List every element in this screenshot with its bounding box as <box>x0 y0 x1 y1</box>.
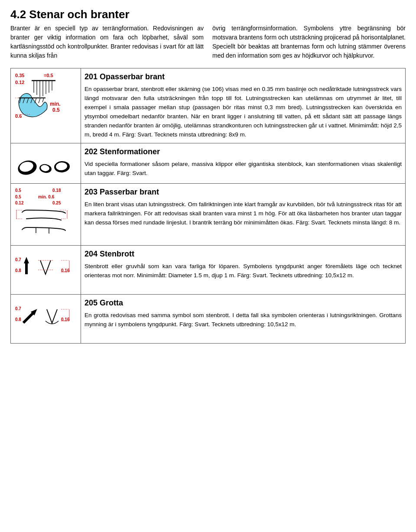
symbol-cell-201: 0.35 =0.5 0.12 min. <box>11 68 81 143</box>
svg-text:=0.5: =0.5 <box>44 73 53 78</box>
intro-left: Branter är en speciell typ av terrängfor… <box>10 24 204 60</box>
entry-title-203: 203 Passerbar brant <box>84 186 402 198</box>
symbol-cell-202 <box>11 143 81 184</box>
intro-section: Branter är en speciell typ av terrängfor… <box>10 24 406 60</box>
symbol-204-svg: 0.7 0.8 0.16 <box>14 248 77 292</box>
entry-body-204: Stenbrott eller gruvhål som kan vara far… <box>84 262 402 280</box>
svg-text:0.5: 0.5 <box>52 107 60 113</box>
svg-text:0.18: 0.18 <box>52 188 61 193</box>
symbol-cell-203: 0.5 0.18 0.5 min. 0.6 0.12 0.25 <box>11 184 81 246</box>
entry-title-201: 201 Opasserbar brant <box>84 71 402 83</box>
entry-body-201: En opasserbar brant, stenbrott eller skä… <box>84 85 402 139</box>
entry-title-204: 204 Stenbrott <box>84 248 402 260</box>
symbol-203-svg: 0.5 0.18 0.5 min. 0.6 0.12 0.25 <box>14 186 77 243</box>
entry-title-202: 202 Stenformationer <box>84 146 402 158</box>
symbol-201-svg: 0.35 =0.5 0.12 min. <box>14 71 77 140</box>
intro-right: övrig terrängformsinformation. Symbolens… <box>212 24 406 60</box>
svg-text:0.35: 0.35 <box>15 73 24 78</box>
table-row: 0.7 0.8 0.16 <box>11 295 406 344</box>
symbol-cell-204: 0.7 0.8 0.16 <box>11 246 81 295</box>
symbol-205-svg: 0.7 0.8 0.16 <box>14 297 77 341</box>
text-cell-205: 205 Grotta En grotta redovisas med samma… <box>81 295 406 344</box>
svg-marker-47 <box>24 257 29 274</box>
svg-line-21 <box>42 98 44 102</box>
svg-text:0.8: 0.8 <box>15 317 21 322</box>
svg-text:0.25: 0.25 <box>52 201 61 205</box>
svg-text:0.5: 0.5 <box>15 188 21 193</box>
entry-body-203: En liten brant visas utan lutningsstreck… <box>84 200 402 227</box>
svg-marker-56 <box>22 307 39 324</box>
page-title: 4.2 Stenar och branter <box>10 8 406 21</box>
text-cell-201: 201 Opasserbar brant En opasserbar brant… <box>81 68 406 143</box>
svg-text:0.12: 0.12 <box>15 80 24 85</box>
svg-text:0.5: 0.5 <box>15 195 21 199</box>
table-row: 0.7 0.8 0.16 <box>11 246 406 295</box>
entry-body-205: En grotta redovisas med samma symbol som… <box>84 311 402 329</box>
svg-text:0.12: 0.12 <box>15 201 24 205</box>
text-cell-203: 203 Passerbar brant En liten brant visas… <box>81 184 406 246</box>
svg-text:0.7: 0.7 <box>15 257 21 262</box>
svg-text:min.: min. <box>50 101 61 107</box>
svg-text:0.7: 0.7 <box>15 306 21 311</box>
text-cell-202: 202 Stenformationer Vid speciella format… <box>81 143 406 184</box>
svg-line-20 <box>39 98 40 103</box>
table-row: 0.5 0.18 0.5 min. 0.6 0.12 0.25 <box>11 184 406 246</box>
symbol-202-svg <box>14 146 77 181</box>
table-row: 202 Stenformationer Vid speciella format… <box>11 143 406 184</box>
entry-body-202: Vid speciella formationer såsom pelare, … <box>84 160 402 178</box>
entry-title-205: 205 Grotta <box>84 297 402 309</box>
symbol-cell-205: 0.7 0.8 0.16 <box>11 295 81 344</box>
svg-text:min. 0.6: min. 0.6 <box>38 195 55 199</box>
entries-table: 0.35 =0.5 0.12 min. <box>10 68 406 344</box>
text-cell-204: 204 Stenbrott Stenbrott eller gruvhål so… <box>81 246 406 295</box>
svg-text:0.8: 0.8 <box>15 268 21 273</box>
table-row: 0.35 =0.5 0.12 min. <box>11 68 406 143</box>
